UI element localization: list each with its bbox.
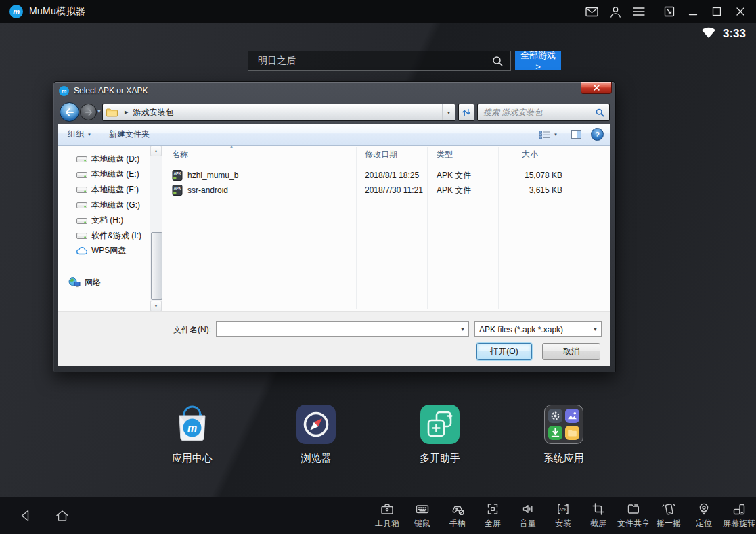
breadcrumb-folder[interactable]: 游戏安装包 — [133, 107, 173, 118]
refresh-button[interactable] — [458, 104, 474, 121]
user-icon[interactable] — [606, 3, 624, 20]
desktop-icon-app-center[interactable]: m 应用中心 — [152, 405, 233, 465]
back-icon[interactable] — [18, 508, 34, 524]
screenshot-icon — [591, 502, 606, 516]
sidebar-item-drive-h[interactable]: 文档 (H:) — [58, 213, 150, 228]
location-icon — [696, 502, 711, 516]
file-share-button[interactable]: 文件共享 — [616, 497, 651, 534]
toolbox-button[interactable]: 工具箱 — [370, 497, 405, 534]
screenshot-button[interactable]: 截屏 — [581, 497, 616, 534]
keyboard-mouse-button[interactable]: 键鼠 — [405, 497, 440, 534]
mumu-logo-icon: m — [9, 5, 23, 18]
file-row[interactable]: APK ssr-android 2018/7/30 11:21 APK 文件 3… — [162, 183, 610, 198]
chevron-down-icon: ▼ — [585, 327, 601, 332]
mail-icon[interactable] — [583, 3, 600, 20]
dialog-close-button[interactable] — [581, 82, 612, 94]
open-button[interactable]: 打开(O) — [476, 343, 532, 360]
desktop-icon-multi-instance[interactable]: 多开助手 — [399, 405, 481, 465]
organize-menu[interactable]: 组织 ▼ — [64, 129, 95, 140]
scroll-down-button[interactable]: ▼ — [150, 301, 162, 311]
filename-label: 文件名(N): — [166, 324, 211, 336]
column-header-size[interactable]: 大小 — [522, 146, 538, 163]
file-row[interactable]: APK hzhl_mumu_b 2018/8/1 18:25 APK 文件 15… — [162, 168, 610, 183]
select-apk-dialog: m Select APK or XAPK ▼ ▶ 游戏安装包 ▼ — [53, 81, 616, 372]
svg-text:m: m — [62, 87, 67, 94]
sidebar-label: WPS网盘 — [91, 245, 126, 257]
drive-icon — [76, 155, 87, 163]
scroll-up-button[interactable]: ▲ — [150, 146, 162, 156]
sidebar-item-wps-cloud[interactable]: WPS网盘 — [58, 244, 150, 259]
app-center-icon: m — [173, 405, 212, 444]
resize-grip[interactable] — [602, 357, 608, 364]
apk-file-icon: APK — [172, 185, 183, 196]
menu-icon[interactable] — [630, 3, 648, 20]
history-dropdown-icon[interactable]: ▼ — [97, 109, 102, 114]
network-icon — [68, 277, 81, 288]
sidebar-item-drive-g[interactable]: 本地磁盘 (G:) — [58, 198, 150, 213]
desktop-icon-label: 浏览器 — [301, 452, 332, 465]
volume-button[interactable]: 音量 — [510, 497, 546, 534]
game-search-box — [248, 51, 511, 71]
views-button[interactable]: ▼ — [535, 131, 562, 139]
screen-rotate-button[interactable]: 屏幕旋转 — [721, 497, 756, 534]
file-type-filter[interactable]: APK files (*.apk *.xapk) ▼ — [474, 321, 602, 337]
drive-icon — [76, 201, 87, 209]
home-icon[interactable] — [54, 508, 70, 524]
file-name: ssr-android — [187, 185, 228, 195]
sidebar-item-drive-f[interactable]: 本地磁盘 (F:) — [58, 182, 150, 198]
file-size: 3,615 KB — [498, 183, 562, 198]
install-apk-button[interactable]: APK 安装 — [546, 497, 581, 534]
file-date: 2018/8/1 18:25 — [365, 168, 419, 183]
address-dropdown-icon[interactable]: ▼ — [442, 104, 455, 120]
dock-label: 定位 — [696, 518, 712, 529]
location-button[interactable]: 定位 — [686, 497, 721, 534]
address-bar[interactable]: ▶ 游戏安装包 ▼ — [102, 104, 455, 121]
new-folder-button[interactable]: 新建文件夹 — [105, 129, 154, 140]
drive-icon — [76, 231, 87, 240]
preview-pane-icon[interactable] — [567, 130, 585, 139]
sidebar-item-drive-i[interactable]: 软件&游戏 (I:) — [58, 228, 150, 244]
sidebar-item-drive-e[interactable]: 本地磁盘 (E:) — [58, 167, 150, 183]
cancel-button[interactable]: 取消 — [542, 343, 600, 360]
dialog-search-input[interactable] — [478, 107, 596, 118]
filter-value: APK files (*.apk *.xapk) — [475, 325, 563, 334]
shake-button[interactable]: 摇一摇 — [651, 497, 686, 534]
file-size: 15,078 KB — [498, 168, 562, 183]
dialog-titlebar: m Select APK or XAPK — [53, 82, 615, 99]
resize-window-icon[interactable] — [661, 3, 678, 20]
new-folder-label: 新建文件夹 — [109, 129, 150, 140]
dialog-footer: 文件名(N): ▼ APK files (*.apk *.xapk) ▼ 打开(… — [58, 311, 610, 366]
sidebar-item-drive-d[interactable]: 本地磁盘 (D:) — [58, 152, 150, 167]
toolbar-right-icons: ▼ ? — [535, 128, 610, 141]
fullscreen-button[interactable]: 全屏 — [475, 497, 510, 534]
column-header-name[interactable]: 名称 — [172, 146, 188, 163]
file-type: APK 文件 — [437, 168, 471, 183]
filename-input[interactable] — [217, 324, 457, 335]
gamepad-button[interactable]: 手柄 — [440, 497, 475, 534]
game-search-input[interactable] — [248, 55, 492, 66]
all-games-button[interactable]: 全部游戏 > — [515, 51, 561, 70]
svg-text:APK: APK — [174, 171, 181, 175]
close-window-icon[interactable] — [732, 3, 749, 20]
help-icon[interactable]: ? — [591, 128, 604, 141]
toolbox-icon — [380, 502, 395, 516]
desktop-icon-browser[interactable]: 浏览器 — [275, 405, 357, 465]
chevron-down-icon[interactable]: ▼ — [457, 327, 468, 332]
desktop-icon-system-apps[interactable]: 系统应用 — [523, 405, 604, 465]
search-icon[interactable] — [492, 55, 504, 67]
dialog-main-area: 本地磁盘 (D:) 本地磁盘 (E:) 本地磁盘 (F:) 本地磁盘 (G:) … — [58, 146, 610, 311]
scrollbar-thumb[interactable] — [151, 232, 162, 300]
column-header-date[interactable]: 修改日期 — [365, 146, 397, 163]
forward-button[interactable] — [80, 104, 97, 120]
sidebar-scrollbar[interactable]: ▲ ▼ — [150, 146, 162, 311]
minimize-icon[interactable] — [684, 3, 702, 20]
drive-icon — [76, 217, 87, 225]
search-icon[interactable] — [596, 108, 604, 117]
wifi-icon — [701, 26, 717, 41]
maximize-icon[interactable] — [708, 3, 726, 20]
installer-mini-icon — [548, 426, 562, 440]
column-header-type[interactable]: 类型 — [437, 146, 453, 163]
volume-icon — [520, 502, 535, 516]
sidebar-item-network[interactable]: 网络 — [58, 275, 150, 290]
back-button[interactable] — [60, 102, 79, 122]
